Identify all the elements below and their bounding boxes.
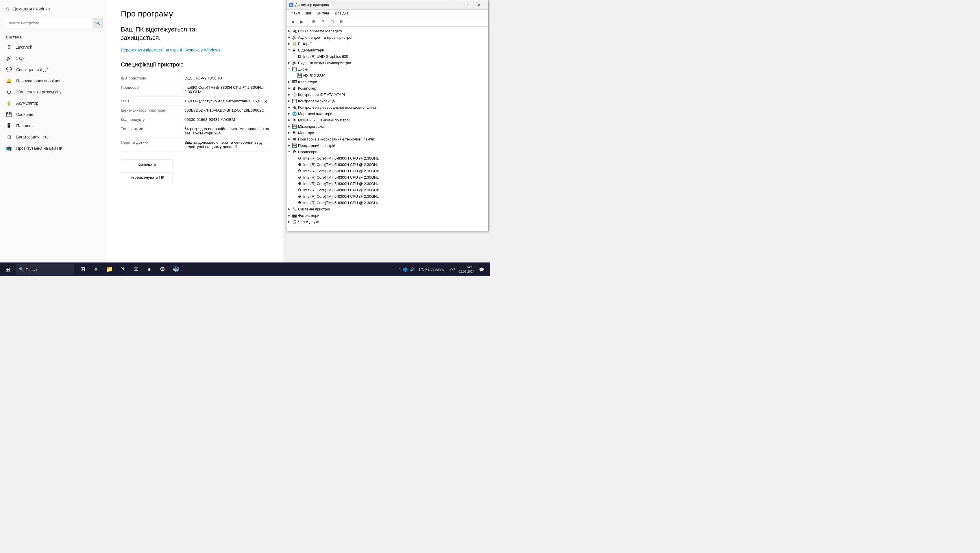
expand-icon[interactable]: ▶ <box>286 41 292 46</box>
tree-item[interactable]: ▶ 🔊 Аудіо-, відео- та ігрові пристрої <box>286 34 488 40</box>
sidebar-item-project[interactable]: 📺 Проєктування на цей ПК <box>0 143 107 154</box>
taskbar-systray: ^ 🌐 🔊 <box>399 267 415 272</box>
tree-item[interactable]: ⚙ Intel(R) Core(TM) i5-8300H CPU @ 2.30G… <box>286 193 488 199</box>
sidebar-search-button[interactable]: 🔍 <box>92 17 103 28</box>
rename-button[interactable]: Перейменувати ПК <box>121 173 173 182</box>
toolbar-back[interactable]: ◀ <box>288 18 297 25</box>
security-link[interactable]: Переглянути відомості на екрані "Безпека… <box>121 47 269 53</box>
tree-item[interactable]: ⚙ Intel(R) Core(TM) i5-8300H CPU @ 2.30G… <box>286 180 488 187</box>
collapse-icon[interactable]: ▼ <box>286 149 292 154</box>
tree-node-label: Intel(R) UHD Graphics 630 <box>303 54 348 59</box>
chevron-icon[interactable]: ^ <box>399 267 401 272</box>
expand-icon[interactable]: ▶ <box>286 219 292 224</box>
tree-item[interactable]: ▶ ⌨ Клавіатури <box>286 79 488 85</box>
toolbar-view2[interactable]: 🖥 <box>337 18 346 25</box>
collapse-icon[interactable]: ▼ <box>286 48 292 52</box>
tree-item[interactable]: ▶ 🖨 Черги друку <box>286 219 488 225</box>
expand-icon[interactable]: ▶ <box>286 60 292 65</box>
expand-icon[interactable]: ▶ <box>286 143 292 148</box>
tree-item[interactable]: ⚙ Intel(R) Core(TM) i5-8300H CPU @ 2.30G… <box>286 161 488 168</box>
close-button[interactable]: ✕ <box>473 0 486 10</box>
sidebar-item-notifications[interactable]: 💬 Сповіщення й дії <box>0 64 107 75</box>
taskbar-app-store[interactable]: 🛍 <box>116 263 129 276</box>
toolbar-help[interactable]: ? <box>318 18 327 25</box>
sidebar-item-storage[interactable]: 💾 Сховище <box>0 109 107 120</box>
sidebar-item-sound[interactable]: 🔊 Звук <box>0 52 107 64</box>
tree-item[interactable]: ⚙ Intel(R) Core(TM) i5-8300H CPU @ 2.30G… <box>286 168 488 174</box>
expand-icon[interactable]: ▶ <box>286 92 292 97</box>
toolbar-computer[interactable]: 🖥 <box>309 18 318 25</box>
tree-item[interactable]: ▶ 🖥 Монітори <box>286 130 488 136</box>
sidebar-item-tablet[interactable]: 📱 Планшет <box>0 120 107 131</box>
menu-item-вигляд[interactable]: Вигляд <box>315 10 332 16</box>
expand-icon[interactable]: ▶ <box>286 105 292 110</box>
sidebar-item-battery[interactable]: 🔋 Акумулятор <box>0 97 107 109</box>
tree-item[interactable]: ⚙ Intel(R) Core(TM) i5-8300H CPU @ 2.30G… <box>286 187 488 193</box>
tree-item[interactable]: ▶ 🖥 Комп'ютер <box>286 85 488 91</box>
minimize-button[interactable]: ─ <box>446 0 459 10</box>
expand-icon[interactable]: ▶ <box>286 213 292 218</box>
sidebar-item-multitask[interactable]: ⊞ Багатозадачність <box>0 131 107 143</box>
tree-item[interactable]: ▶ 💾 Програмний пристрій <box>286 142 488 149</box>
menu-item-файл[interactable]: Файл <box>288 10 302 16</box>
copy-button[interactable]: Копіювати <box>121 160 173 169</box>
sidebar-item-focus[interactable]: 🔔 Планувальник сповіщень <box>0 75 107 86</box>
tree-node-icon: 🖥 <box>292 130 297 135</box>
tree-item[interactable]: ⚙ Intel(R) Core(TM) i5-8300H CPU @ 2.30G… <box>286 155 488 161</box>
tree-item[interactable]: ▶ 🔋 Батареї <box>286 40 488 47</box>
tree-item[interactable]: ▶ 🖱 Миша й інші вказівні пристрої <box>286 117 488 123</box>
tree-item[interactable]: ⚙ Intel(R) Core(TM) i5-8300H CPU @ 2.30G… <box>286 199 488 206</box>
taskbar-app-taskview[interactable]: ⊞ <box>76 263 89 276</box>
tree-item[interactable]: ▼ 💾 Диски <box>286 66 488 72</box>
menu-item-довідка[interactable]: Довідка <box>332 10 351 16</box>
tree-item[interactable]: 💾 NX-512 2280 <box>286 72 488 79</box>
expand-icon[interactable]: ▶ <box>286 98 292 103</box>
tree-item[interactable]: ▶ 💾 Контролери сховища <box>286 98 488 104</box>
tree-item[interactable]: ⚙ Intel(R) Core(TM) i5-8300H CPU @ 2.30G… <box>286 174 488 180</box>
spec-row: Ідентифікатор пристрою 363B7D6D-7F16-4AB… <box>121 106 269 115</box>
expand-icon[interactable]: ▶ <box>286 124 292 129</box>
tree-item[interactable]: ▶ 🔌 USB Connector Managers <box>286 28 488 34</box>
taskbar-notifications[interactable]: 💬 <box>476 263 487 276</box>
sidebar-item-label: Планшет <box>16 124 33 128</box>
taskbar-app-mail[interactable]: ✉ <box>129 263 142 276</box>
collapse-icon[interactable]: ▼ <box>286 67 292 72</box>
tree-item[interactable]: ▶ 💻 Пристрої з використанням технології … <box>286 136 488 142</box>
start-button[interactable]: ⊞ <box>0 262 15 276</box>
taskbar-search[interactable]: 🔍 Пошук <box>16 264 74 275</box>
tree-item[interactable]: ▶ 🔧 Системні пристрої <box>286 206 488 212</box>
expand-icon[interactable]: ▶ <box>286 137 292 141</box>
tree-item[interactable]: ▶ 🔌 Контролери універсальної послідовної… <box>286 104 488 110</box>
toolbar-forward[interactable]: ▶ <box>298 18 306 25</box>
taskbar-app-docker[interactable]: 🐳 <box>169 263 182 276</box>
expand-icon[interactable]: ▶ <box>286 28 292 33</box>
tree-node-label: Intel(R) Core(TM) i5-8300H CPU @ 2.30GHz <box>303 194 379 199</box>
taskbar-app-settings[interactable]: ⚙ <box>156 263 169 276</box>
tree-item[interactable]: ▼ ⚙ Процесори <box>286 149 488 155</box>
expand-icon[interactable]: ▶ <box>286 118 292 122</box>
expand-icon[interactable]: ▶ <box>286 35 292 40</box>
sidebar-item-display[interactable]: 🖥 Дисплей <box>0 41 107 52</box>
tree-item[interactable]: ▼ 🖥 Відеоадаптери <box>286 47 488 53</box>
sidebar-home-button[interactable]: ⌂ Домашня сторінка <box>0 2 107 15</box>
tree-item[interactable]: ▶ 📷 Фотокамери <box>286 212 488 219</box>
taskbar-app-edge[interactable]: e <box>90 263 102 276</box>
taskbar-app-chrome[interactable]: ● <box>143 263 156 276</box>
expand-icon[interactable]: ▶ <box>286 130 292 135</box>
tree-item[interactable]: ▶ 💿 Контролери IDE ATA/ATAPI <box>286 91 488 98</box>
toolbar-view1[interactable]: ⊡ <box>328 18 337 25</box>
tree-item[interactable]: 🖥 Intel(R) UHD Graphics 630 <box>286 53 488 60</box>
menu-item-дія[interactable]: Дія <box>303 10 313 16</box>
expand-icon[interactable]: ▶ <box>286 111 292 116</box>
sidebar-nav: 🖥 Дисплей 🔊 Звук 💬 Сповіщення й дії 🔔 Пл… <box>0 41 107 154</box>
tree-item[interactable]: ▶ 🔊 Вхідні та вихідні аудіопристрої <box>286 60 488 66</box>
tree-item[interactable]: ▶ 🌐 Мережеві адаптери <box>286 110 488 117</box>
tree-item[interactable]: ▶ 💾 Мікропрограма: <box>286 123 488 130</box>
expand-icon[interactable]: ▶ <box>286 207 292 211</box>
sidebar-item-power[interactable]: ⏻ Живлення та режим сну <box>0 86 107 97</box>
expand-icon[interactable]: ▶ <box>286 86 292 91</box>
maximize-button[interactable]: □ <box>459 0 473 10</box>
taskbar-app-explorer[interactable]: 📁 <box>103 263 116 276</box>
expand-icon[interactable]: ▶ <box>286 79 292 84</box>
sidebar-search-input[interactable] <box>4 17 103 28</box>
